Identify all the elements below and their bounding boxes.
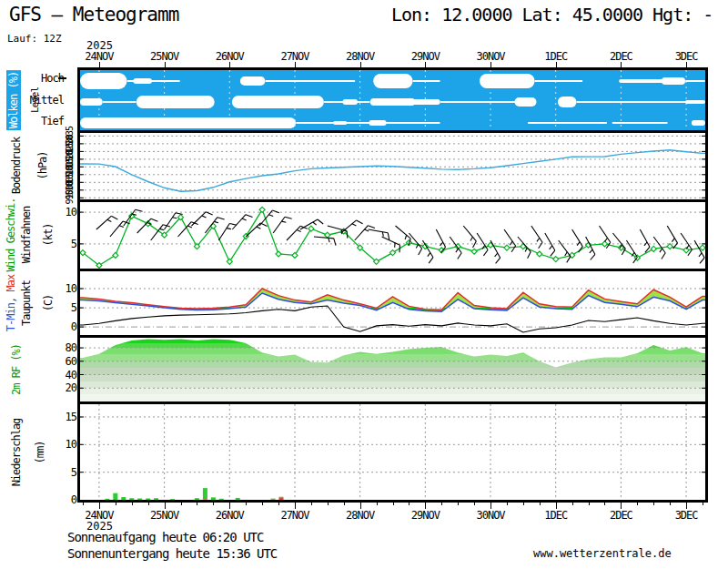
x-axis-tick-bottom [295,503,296,509]
wind-speed-axis-title: Wind Geschwi. [5,198,17,272]
x-axis-minor-tick [213,503,214,505]
gridlines [80,212,705,244]
x-axis-minor-tick [409,503,410,505]
y-tick-label: 5 [35,466,76,479]
cloud-blob-mittel [232,96,324,108]
cloud-blob-tief [612,122,668,124]
x-axis-day-label-bottom: 1DEC [536,509,576,522]
humidity-plot [80,338,705,401]
pressure-plot [80,133,705,199]
x-axis-day-label-bottom: 3DEC [666,509,706,522]
x-axis-tick-top [99,62,100,67]
cloud-blob-hoch [373,74,412,88]
x-axis-day-label-top: 3DEC [666,50,706,63]
cloud-blob-hoch [685,80,705,82]
x-axis-tick-top [229,62,230,67]
x-axis-tick-top [490,62,491,67]
x-axis-minor-tick [278,503,279,505]
clouds-axis-title: Wolken (%) [6,70,21,130]
x-axis-tick-bottom [621,503,622,509]
x-axis-minor-tick [523,503,524,505]
x-axis-day-label-bottom: 29NOV [405,509,445,522]
x-axis-day-label-top: 26NOV [209,50,249,63]
cloud-blob-hoch [265,80,355,82]
model-run-label: Lauf: 12Z [7,33,62,45]
precip-plot [80,404,705,500]
cloud-blob-tief [80,117,296,128]
y-tick-label: 60 [35,355,76,368]
y-tick-label: 80 [35,341,76,354]
pressure-axis-unit: (hPa) [36,151,49,179]
cloud-blob-hoch [133,78,152,84]
pressure-line [80,150,705,191]
y-tick-label: 995 [65,191,75,205]
x-axis-minor-tick [311,503,312,505]
x-axis-minor-tick [197,503,197,505]
x-axis-minor-tick [181,503,182,505]
x-axis-minor-tick [246,503,247,505]
temp-min-axis-title: T-Min, [5,298,17,331]
x-axis-tick-top [360,62,361,67]
y-tick-label: 0 [35,493,76,506]
humidity-area [80,340,705,402]
temp-axis-title: T-Min, Max [5,275,17,331]
meteogram-page: GFS – Meteogramm Lon: 12.0000 Lat: 45.00… [0,0,728,569]
x-axis-minor-tick [572,503,573,505]
x-axis-day-label-top: 29NOV [405,50,445,63]
x-axis-minor-tick [328,503,329,505]
wind-barbs [96,209,704,263]
x-axis-minor-tick [262,503,263,505]
temp-axis-unit: (C) [42,295,55,312]
cloud-blob-mittel [136,96,215,108]
x-axis-tick-bottom [229,503,230,509]
x-axis-tick-bottom [556,503,557,509]
x-axis-tick-bottom [99,503,100,509]
x-axis-day-label-bottom: 2DEC [601,509,641,522]
cloud-blob-mittel [343,99,359,105]
x-axis-minor-tick [589,503,590,505]
x-axis-day-label-bottom: 27NOV [275,509,315,522]
x-axis-minor-tick [507,503,508,505]
cloud-blob-mittel [410,99,440,105]
wind-plot [80,202,705,269]
cloud-blob-hoch [534,80,582,82]
x-axis-tick-bottom [686,503,687,509]
cloud-blob-hoch [662,77,685,85]
cloud-level-mittel: Mittel [22,94,64,107]
precip-bars [105,488,283,500]
cloud-blob-mittel [370,98,416,106]
x-axis-day-label-top: 24NOV [79,50,119,63]
y-tick-label: 10 [35,282,76,295]
x-axis-tick-top [425,62,426,67]
sunrise-text: Sonnenaufgang heute 06:20 UTC [67,530,263,544]
dewpoint-axis-title: Taupunkt [20,280,33,326]
gridlines-vertical [99,404,686,500]
y-tick-label: 20 [35,381,76,394]
x-axis-minor-tick [441,503,442,505]
x-axis-day-label-bottom: 30NOV [470,509,511,522]
x-axis-tick-top [165,62,166,67]
cloud-blob-mittel [103,101,136,103]
x-axis-day-label-bottom: 28NOV [340,509,380,522]
frame-right [705,67,708,503]
pressure-axis-title: Bodendruck [10,137,23,194]
wind-barb-axis-title: Windfahnen [20,207,33,263]
website-credit: www.wetterzentrale.de [533,547,672,560]
x-axis-tick-top [621,62,622,67]
x-axis-tick-bottom [360,503,361,509]
cloud-level-tick [58,77,66,79]
cloud-blob-hoch [240,76,266,86]
cloud-blob-tief [369,120,386,126]
wind-axis-unit: (kt) [42,224,55,247]
x-axis-minor-tick [344,503,345,505]
x-axis-minor-tick [132,503,133,505]
precip-axis-title: Niederschlag [10,419,23,487]
cloud-blob-tief [692,120,705,126]
x-axis-day-label-top: 30NOV [470,50,511,63]
cloud-blob-tief [333,121,347,125]
page-title: GFS – Meteogramm [9,4,178,25]
x-axis-day-label-top: 2DEC [601,50,641,63]
x-axis-minor-tick [83,503,84,505]
x-axis-minor-tick [540,503,541,505]
x-axis-year-top: 2025 [86,39,113,52]
